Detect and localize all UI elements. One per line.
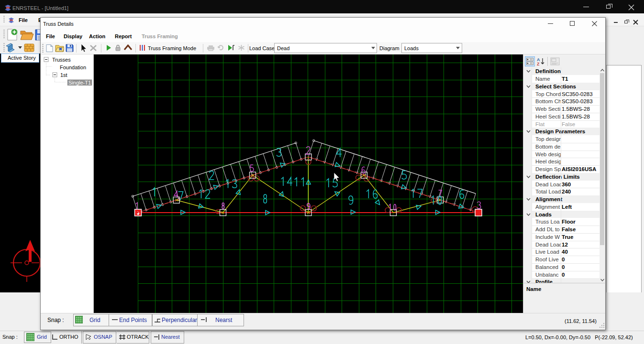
svg-text:Single-T1: Single-T1 bbox=[68, 80, 91, 86]
svg-text:Z: Z bbox=[537, 62, 540, 66]
svg-text:Foundation: Foundation bbox=[60, 64, 86, 70]
svg-text:1st: 1st bbox=[60, 72, 67, 78]
svg-text:Trusses: Trusses bbox=[52, 57, 71, 63]
